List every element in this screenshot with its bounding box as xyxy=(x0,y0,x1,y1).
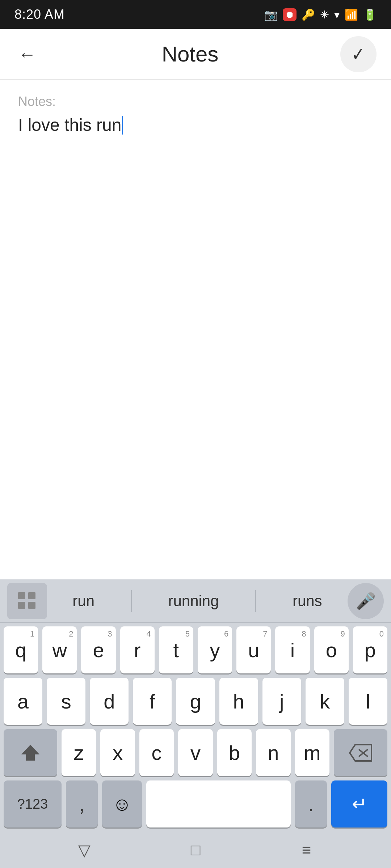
mic-icon: 🎤 xyxy=(356,592,376,610)
key-row-1: q1 w2 e3 r4 t5 y6 u7 i8 o9 p0 xyxy=(4,626,387,673)
key-u[interactable]: u7 xyxy=(236,626,271,673)
period-label: . xyxy=(308,792,314,816)
backspace-icon xyxy=(348,743,373,763)
nav-back-button[interactable]: ▽ xyxy=(70,835,99,864)
record-icon: ⏺ xyxy=(283,8,297,21)
nav-home-button[interactable]: □ xyxy=(181,835,210,864)
key-row-3: z x c v b n m xyxy=(4,729,387,776)
status-time: 8:20 AM xyxy=(14,7,65,22)
notes-field-label: Notes: xyxy=(18,94,373,109)
key-s[interactable]: s xyxy=(47,678,85,725)
key-k[interactable]: k xyxy=(306,678,344,725)
key-row-4: ?123 , ☺ . ↵ xyxy=(4,780,387,827)
key-m[interactable]: m xyxy=(295,729,329,776)
page-title: Notes xyxy=(40,42,340,67)
key-i[interactable]: i8 xyxy=(275,626,310,673)
grid-icon xyxy=(18,592,36,610)
key-w[interactable]: w2 xyxy=(42,626,77,673)
back-button[interactable]: ← xyxy=(14,42,40,67)
suggestion-3[interactable]: runs xyxy=(285,592,329,610)
key-c[interactable]: c xyxy=(139,729,174,776)
suggestions-row: run running runs 🎤 xyxy=(0,579,391,623)
key-row-2: a s d f g h j k l xyxy=(4,678,387,725)
status-icons: 📷 ⏺ 🔑 ✳ ▾ 📶 🔋 xyxy=(264,8,377,21)
wifi-icon: 📶 xyxy=(345,8,358,21)
confirm-button[interactable]: ✓ xyxy=(340,36,377,72)
space-key[interactable] xyxy=(146,780,291,827)
emoji-icon: ☺ xyxy=(112,793,131,815)
key-rows: q1 w2 e3 r4 t5 y6 u7 i8 o9 p0 a s d f g … xyxy=(0,623,391,827)
key-y[interactable]: y6 xyxy=(198,626,232,673)
check-icon: ✓ xyxy=(352,43,365,65)
key-n[interactable]: n xyxy=(256,729,290,776)
key-a[interactable]: a xyxy=(4,678,42,725)
camera-icon: 📷 xyxy=(264,8,278,21)
nav-back-icon: ▽ xyxy=(78,841,91,859)
content-area[interactable]: Notes: I love this run xyxy=(0,80,391,427)
numbers-label: ?123 xyxy=(17,796,48,812)
nav-menu-icon: ≡ xyxy=(302,841,311,859)
key-h[interactable]: h xyxy=(219,678,258,725)
suggestion-divider-2 xyxy=(255,590,256,612)
key-o[interactable]: o9 xyxy=(314,626,349,673)
key-q[interactable]: q1 xyxy=(4,626,38,673)
keyboard[interactable]: run running runs 🎤 q1 w2 e3 r4 t5 y6 u7 … xyxy=(0,579,391,868)
bluetooth-icon: ✳ xyxy=(320,8,329,21)
enter-button[interactable]: ↵ xyxy=(331,780,387,827)
key-f[interactable]: f xyxy=(133,678,172,725)
enter-icon: ↵ xyxy=(352,793,367,814)
shift-button[interactable] xyxy=(4,729,57,776)
period-key[interactable]: . xyxy=(295,780,327,827)
svg-marker-1 xyxy=(350,745,371,761)
key-j[interactable]: j xyxy=(262,678,301,725)
key-r[interactable]: r4 xyxy=(120,626,155,673)
key-t[interactable]: t5 xyxy=(159,626,193,673)
numbers-button[interactable]: ?123 xyxy=(4,780,62,827)
suggestions-list: run running runs xyxy=(51,579,344,622)
app-bar: ← Notes ✓ xyxy=(0,29,391,80)
suggestion-divider-1 xyxy=(131,590,132,612)
key-v[interactable]: v xyxy=(178,729,213,776)
status-bar: 8:20 AM 📷 ⏺ 🔑 ✳ ▾ 📶 🔋 xyxy=(0,0,391,29)
key-p[interactable]: p0 xyxy=(353,626,387,673)
key-x[interactable]: x xyxy=(100,729,135,776)
svg-marker-0 xyxy=(21,745,39,761)
backspace-button[interactable] xyxy=(334,729,387,776)
mic-button[interactable]: 🎤 xyxy=(348,583,384,619)
key-icon: 🔑 xyxy=(302,8,315,21)
key-z[interactable]: z xyxy=(62,729,96,776)
nav-menu-button[interactable]: ≡ xyxy=(292,835,321,864)
notes-text-content: I love this run xyxy=(18,113,121,137)
key-d[interactable]: d xyxy=(90,678,129,725)
key-e[interactable]: e3 xyxy=(81,626,115,673)
shift-icon xyxy=(20,742,41,763)
suggestion-1[interactable]: run xyxy=(65,592,102,610)
key-b[interactable]: b xyxy=(217,729,252,776)
comma-label: , xyxy=(79,792,85,816)
text-cursor xyxy=(122,116,123,135)
key-g[interactable]: g xyxy=(176,678,215,725)
keyboard-settings-button[interactable] xyxy=(7,583,47,619)
signal-icon: ▾ xyxy=(334,8,340,21)
battery-icon: 🔋 xyxy=(363,8,377,21)
notes-text-display[interactable]: I love this run xyxy=(18,113,373,137)
comma-key[interactable]: , xyxy=(66,780,98,827)
bottom-nav: ▽ □ ≡ xyxy=(0,832,391,868)
key-l[interactable]: l xyxy=(349,678,387,725)
suggestion-2[interactable]: running xyxy=(161,592,226,610)
nav-home-icon: □ xyxy=(191,841,201,859)
emoji-button[interactable]: ☺ xyxy=(102,780,142,827)
